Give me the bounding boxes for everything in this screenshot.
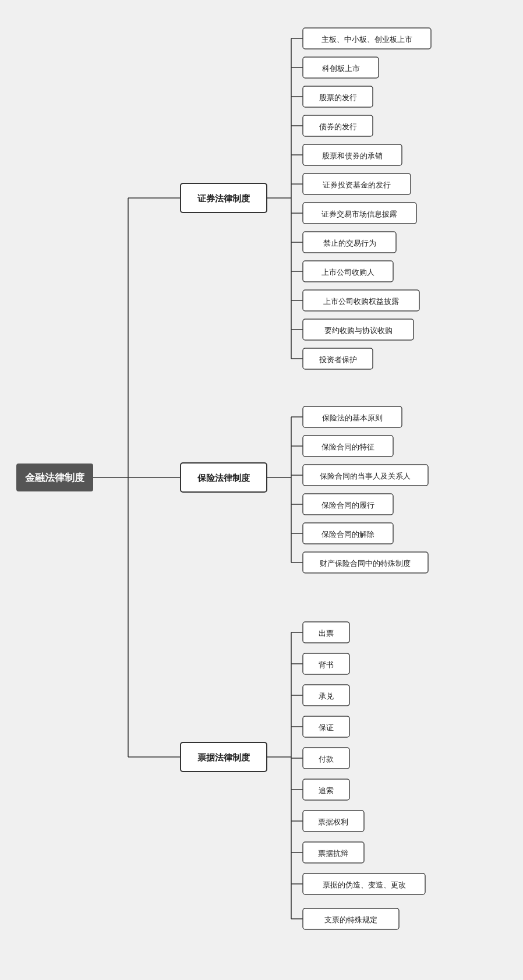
- svg-text:保险法律制度: 保险法律制度: [197, 473, 250, 483]
- svg-text:保证: 保证: [319, 723, 334, 732]
- svg-text:票据法律制度: 票据法律制度: [197, 752, 250, 762]
- svg-text:金融法律制度: 金融法律制度: [24, 472, 85, 483]
- svg-text:付款: 付款: [318, 755, 334, 763]
- svg-text:证券法律制度: 证券法律制度: [197, 193, 250, 203]
- svg-text:追索: 追索: [319, 786, 334, 795]
- svg-text:背书: 背书: [319, 660, 334, 669]
- svg-text:科创板上市: 科创板上市: [322, 64, 360, 73]
- svg-text:票据的伪造、变造、更改: 票据的伪造、变造、更改: [323, 880, 406, 889]
- svg-text:保险合同的特征: 保险合同的特征: [321, 443, 374, 451]
- svg-text:财产保险合同中的特殊制度: 财产保险合同中的特殊制度: [320, 559, 411, 568]
- svg-text:投资者保护: 投资者保护: [319, 355, 357, 364]
- svg-text:票据权利: 票据权利: [318, 818, 348, 826]
- svg-text:主板、中小板、创业板上市: 主板、中小板、创业板上市: [321, 35, 412, 44]
- svg-text:票据抗辩: 票据抗辩: [318, 849, 348, 858]
- svg-text:禁止的交易行为: 禁止的交易行为: [323, 239, 376, 247]
- svg-text:要约收购与协议收购: 要约收购与协议收购: [324, 326, 393, 335]
- svg-text:保险法的基本原则: 保险法的基本原则: [322, 413, 383, 422]
- svg-text:证券交易市场信息披露: 证券交易市场信息披露: [321, 210, 397, 218]
- svg-text:上市公司收购人: 上市公司收购人: [321, 268, 374, 277]
- mindmap-svg: 金融法律制度 证券法律制度: [0, 0, 523, 980]
- svg-text:保险合同的解除: 保险合同的解除: [321, 530, 374, 539]
- svg-text:保险合同的履行: 保险合同的履行: [321, 501, 374, 510]
- svg-text:保险合同的当事人及关系人: 保险合同的当事人及关系人: [320, 472, 411, 480]
- svg-text:股票的发行: 股票的发行: [319, 93, 357, 102]
- svg-text:上市公司收购权益披露: 上市公司收购权益披露: [323, 297, 399, 306]
- svg-text:债券的发行: 债券的发行: [319, 122, 357, 131]
- svg-text:支票的特殊规定: 支票的特殊规定: [324, 915, 377, 924]
- svg-text:证券投资基金的发行: 证券投资基金的发行: [323, 181, 391, 189]
- svg-text:出票: 出票: [319, 629, 334, 638]
- svg-text:股票和债券的承销: 股票和债券的承销: [322, 151, 383, 160]
- svg-text:承兑: 承兑: [319, 692, 334, 700]
